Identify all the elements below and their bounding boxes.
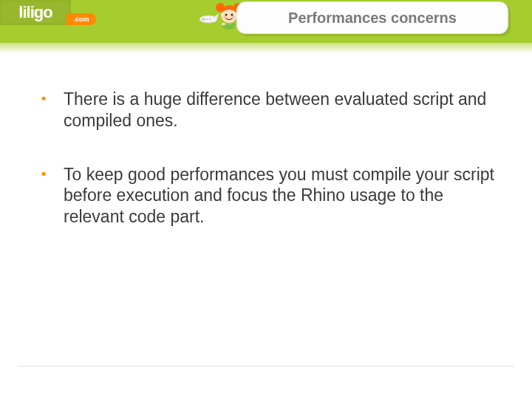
svg-point-11 bbox=[232, 16, 234, 18]
svg-point-10 bbox=[223, 16, 225, 18]
bullet-list: There is a huge difference between evalu… bbox=[41, 89, 505, 228]
header-bar: liligo .com bbox=[0, 0, 532, 43]
bullet-text: To keep good performances you must compi… bbox=[64, 165, 494, 227]
slide: liligo .com bbox=[0, 0, 532, 399]
svg-point-4 bbox=[209, 18, 211, 20]
slide-title: Performances concerns bbox=[288, 10, 457, 27]
svg-point-2 bbox=[203, 18, 205, 20]
mascot-icon bbox=[200, 0, 241, 43]
brand-logo-box: liligo bbox=[0, 0, 71, 25]
slide-title-pill: Performances concerns bbox=[236, 1, 508, 34]
brand-logo: liligo .com bbox=[0, 0, 95, 30]
footer-divider bbox=[18, 366, 514, 366]
svg-point-9 bbox=[231, 14, 233, 16]
svg-rect-12 bbox=[222, 23, 225, 25]
header-fade bbox=[0, 43, 532, 53]
svg-point-3 bbox=[206, 18, 208, 20]
bullet-text: There is a huge difference between evalu… bbox=[64, 89, 486, 130]
brand-tld-badge: .com bbox=[66, 13, 96, 25]
list-item: To keep good performances you must compi… bbox=[41, 164, 505, 228]
brand-name: liligo bbox=[18, 3, 52, 22]
slide-body: There is a huge difference between evalu… bbox=[0, 89, 532, 260]
list-item: There is a huge difference between evalu… bbox=[41, 89, 505, 132]
brand-tld: .com bbox=[73, 16, 89, 23]
svg-point-8 bbox=[225, 14, 228, 16]
